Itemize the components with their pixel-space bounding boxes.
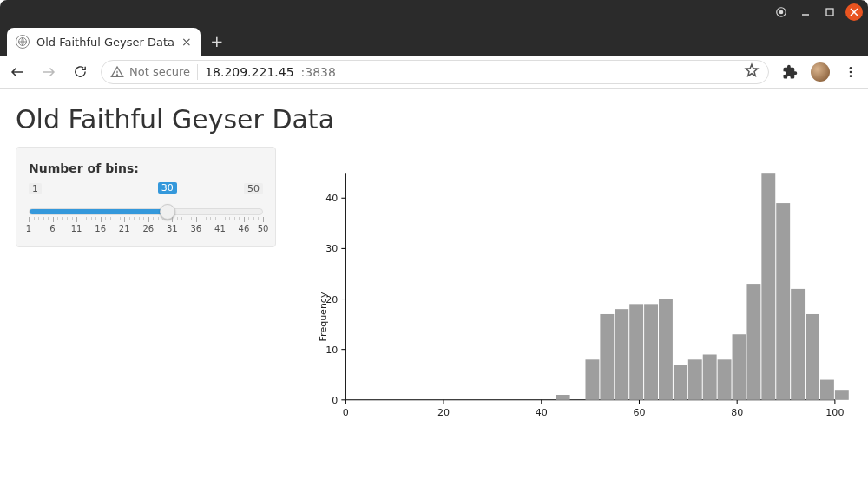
histogram-bar (674, 364, 687, 400)
svg-text:20: 20 (437, 407, 450, 418)
histogram-chart: Frequency 020406080100010203040 (293, 147, 852, 486)
secure-label: Not secure (129, 65, 190, 78)
slider-tick-label: 21 (119, 224, 130, 233)
url-host: 18.209.221.45 (205, 65, 293, 79)
slider-tick-label: 50 (258, 224, 269, 233)
slider-label: Number of bins: (29, 161, 139, 175)
slider-value: 30 (158, 182, 177, 194)
browser-tabstrip: Old Faithful Geyser Data × + (0, 24, 868, 56)
chart-svg: 020406080100010203040 (293, 147, 852, 443)
svg-text:100: 100 (825, 407, 844, 418)
histogram-bar (791, 289, 805, 400)
slider-fill (30, 209, 168, 214)
svg-text:80: 80 (731, 407, 743, 418)
histogram-bar (644, 304, 658, 399)
slider-min: 1 (29, 183, 42, 194)
svg-point-10 (850, 70, 852, 73)
svg-text:60: 60 (633, 407, 645, 418)
page-title: Old Faithful Geyser Data (16, 104, 852, 135)
histogram-bar (703, 354, 717, 399)
browser-tab-active[interactable]: Old Faithful Geyser Data × (7, 28, 201, 56)
slider-tick-label: 16 (95, 224, 106, 233)
maximize-button[interactable] (821, 3, 838, 21)
url-port: :3838 (301, 65, 336, 79)
tab-title: Old Faithful Geyser Data (36, 36, 174, 49)
histogram-bar (659, 299, 673, 400)
page-content: Old Faithful Geyser Data Number of bins:… (0, 89, 868, 486)
reload-button[interactable] (69, 62, 90, 82)
close-button[interactable] (845, 3, 863, 21)
svg-text:0: 0 (332, 395, 338, 406)
svg-text:40: 40 (536, 407, 548, 418)
histogram-bar (746, 284, 760, 400)
svg-rect-3 (826, 9, 833, 16)
histogram-bar (688, 359, 702, 400)
profile-avatar[interactable] (811, 62, 830, 82)
new-tab-button[interactable]: + (207, 31, 227, 50)
svg-text:30: 30 (326, 243, 338, 254)
histogram-bar (600, 314, 614, 400)
sidebar-panel: Number of bins: 1 50 30 1611162126313641… (16, 147, 276, 247)
star-icon[interactable] (744, 62, 760, 81)
histogram-bar (806, 314, 819, 400)
extensions-icon[interactable] (779, 62, 800, 82)
bins-slider[interactable]: 1 50 30 16111621263136414650 (29, 183, 263, 234)
slider-tick-label: 11 (71, 224, 82, 233)
slider-max: 50 (244, 183, 263, 194)
slider-tick-label: 46 (239, 224, 250, 233)
not-secure-indicator[interactable]: Not secure (110, 65, 190, 79)
svg-point-1 (779, 10, 783, 14)
svg-text:10: 10 (326, 345, 338, 356)
svg-text:20: 20 (326, 294, 338, 305)
slider-track[interactable] (29, 208, 263, 215)
back-button[interactable] (7, 62, 28, 82)
globe-icon (16, 35, 30, 49)
svg-point-11 (850, 75, 852, 77)
histogram-bar (718, 359, 732, 400)
histogram-bar (615, 309, 628, 400)
slider-tick-label: 6 (49, 224, 55, 233)
omnibox-divider (197, 64, 198, 80)
slider-ticks: 16111621263136414650 (29, 217, 263, 234)
histogram-bar (835, 390, 849, 400)
svg-point-8 (116, 74, 117, 75)
window-titlebar (0, 0, 868, 24)
histogram-bar (629, 304, 643, 399)
svg-text:0: 0 (343, 407, 349, 418)
slider-tick-label: 41 (214, 224, 226, 233)
menu-icon[interactable] (840, 62, 861, 82)
forward-button[interactable] (38, 62, 59, 82)
slider-tick-label: 1 (26, 224, 31, 233)
histogram-bar (585, 359, 599, 400)
incognito-icon (773, 3, 790, 21)
histogram-bar (776, 203, 790, 400)
address-bar[interactable]: Not secure 18.209.221.45:3838 (101, 60, 769, 84)
warning-icon (110, 65, 124, 79)
histogram-bar (820, 380, 834, 400)
histogram-bar (733, 334, 746, 400)
histogram-bar (761, 173, 775, 400)
slider-tick-label: 26 (142, 224, 154, 233)
histogram-bar (556, 395, 570, 400)
slider-tick-label: 31 (167, 224, 178, 233)
svg-point-9 (850, 67, 852, 69)
svg-text:40: 40 (326, 193, 338, 204)
slider-tick-label: 36 (190, 224, 201, 233)
browser-toolbar: Not secure 18.209.221.45:3838 (0, 56, 868, 89)
tab-close-icon[interactable]: × (181, 35, 192, 49)
minimize-button[interactable] (797, 3, 814, 21)
